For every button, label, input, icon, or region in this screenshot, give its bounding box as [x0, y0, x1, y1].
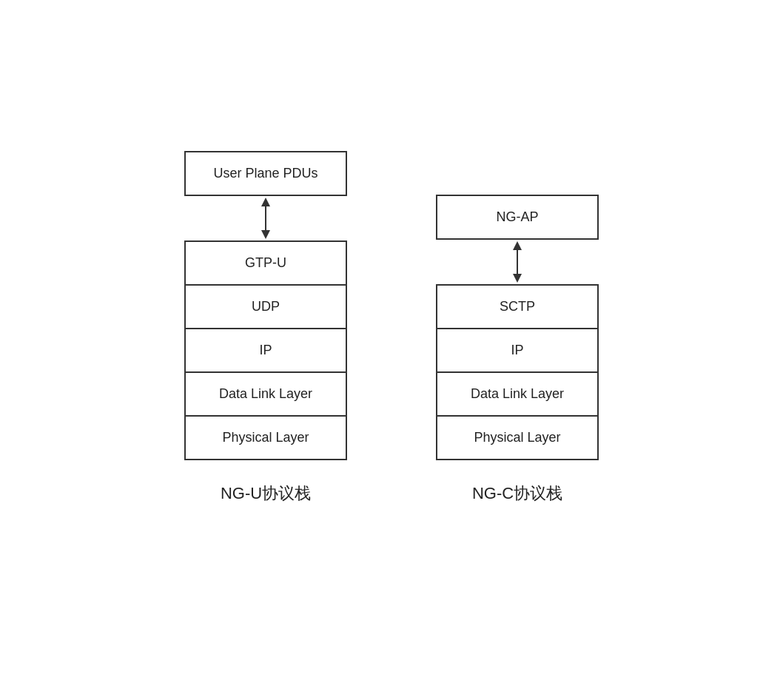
ngu-arrow-connector: [255, 196, 277, 240]
ngc-protocol-stack: SCTP IP Data Link Layer Physical Layer: [436, 284, 599, 460]
ngc-layer-3-label: Physical Layer: [474, 430, 560, 445]
ngu-stack-wrapper: User Plane PDUs GTP-U UDP IP: [184, 151, 347, 505]
ngc-layer-1-label: IP: [511, 343, 523, 357]
ngc-arrow-svg: [506, 240, 528, 284]
svg-rect-4: [517, 249, 518, 275]
main-container: User Plane PDUs GTP-U UDP IP: [184, 151, 599, 549]
ngu-layer-0: GTP-U: [186, 242, 346, 286]
ngc-layer-2-label: Data Link Layer: [471, 386, 564, 401]
ngu-layer-1: UDP: [186, 286, 346, 329]
ngc-arrow-connector: [506, 240, 528, 284]
svg-marker-2: [261, 230, 270, 239]
ngu-top-box: User Plane PDUs: [184, 151, 347, 196]
ngu-arrow-svg: [255, 196, 277, 240]
ngc-layer-1: IP: [437, 329, 597, 373]
ngc-stack-wrapper: NG-AP SCTP IP Data Link Layer Physical L…: [436, 195, 599, 505]
ngc-layer-0-label: SCTP: [500, 299, 535, 314]
ngc-layer-2: Data Link Layer: [437, 373, 597, 417]
ngc-layer-3: Physical Layer: [437, 417, 597, 459]
svg-rect-1: [265, 205, 266, 232]
ngu-layer-4-label: Physical Layer: [222, 430, 309, 445]
ngc-top-label: NG-AP: [496, 209, 538, 224]
svg-marker-5: [513, 274, 522, 283]
ngu-layer-4: Physical Layer: [186, 417, 346, 459]
ngc-layer-0: SCTP: [437, 286, 597, 329]
ngu-layer-2: IP: [186, 329, 346, 373]
ngc-top-box: NG-AP: [436, 195, 599, 240]
ngc-footer-label: NG-C协议栈: [472, 482, 562, 505]
ngu-top-label: User Plane PDUs: [213, 166, 317, 181]
ngu-layer-0-label: GTP-U: [245, 255, 286, 270]
ngu-protocol-stack: GTP-U UDP IP Data Link Layer Physical La…: [184, 240, 347, 460]
ngu-footer-label: NG-U协议栈: [221, 482, 311, 505]
ngu-layer-3-label: Data Link Layer: [219, 386, 312, 401]
ngu-layer-1-label: UDP: [252, 299, 280, 314]
ngu-layer-2-label: IP: [259, 343, 272, 357]
ngu-layer-3: Data Link Layer: [186, 373, 346, 417]
